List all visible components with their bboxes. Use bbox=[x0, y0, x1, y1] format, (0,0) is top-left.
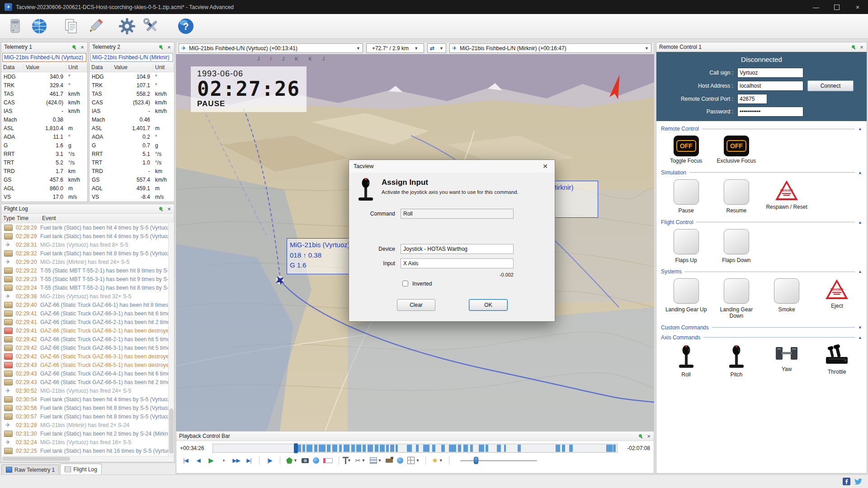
remote-button-flaps-down[interactable]: Flaps Down bbox=[711, 228, 761, 265]
telemetry-row[interactable]: ASL1,810.4m bbox=[1, 124, 87, 132]
telemetry-row[interactable]: AGL860.0m bbox=[1, 184, 87, 192]
swap-objects-button[interactable]: ⇄ ▼ bbox=[427, 43, 446, 53]
telemetry-row[interactable]: Mach0.46 bbox=[90, 115, 174, 124]
device-field[interactable] bbox=[401, 244, 514, 254]
tracked-object-name[interactable]: MiG-21bis Fishbed-L/N (Mirknir) bbox=[90, 53, 173, 62]
dialog-title-bar[interactable]: Tacview ✕ bbox=[349, 160, 555, 173]
flight-log-row[interactable]: ✈02:29:38MiG-21bis (Vyrtuoz) has fired 3… bbox=[1, 292, 174, 300]
collapse-chevron-icon[interactable]: ▲ bbox=[858, 269, 862, 274]
inverted-checkbox[interactable] bbox=[402, 281, 408, 286]
horizontal-scrollbar[interactable] bbox=[1, 456, 174, 462]
terrain-globe-button[interactable] bbox=[396, 455, 405, 465]
maximize-button[interactable] bbox=[826, 0, 847, 14]
command-field[interactable] bbox=[401, 209, 514, 219]
inverted-option[interactable]: Inverted bbox=[401, 279, 432, 288]
pin-icon[interactable] bbox=[638, 434, 643, 439]
camera-angle-range-selector[interactable]: +72.7° / 2.9 km ▼ bbox=[366, 43, 424, 53]
remote-button-throttle[interactable]: Throttle bbox=[812, 343, 862, 380]
remote-button-toggle-focus[interactable]: OFFToggle Focus bbox=[661, 134, 711, 166]
flight-log-row[interactable]: 02:28:29Fuel tank (Static) has been hit … bbox=[1, 232, 174, 240]
collapse-chevron-icon[interactable]: ▲ bbox=[858, 335, 862, 340]
telemetry-row[interactable]: TRT1.0°/s bbox=[90, 158, 174, 167]
pin-icon[interactable] bbox=[159, 45, 164, 50]
collapse-chevron-icon[interactable]: ▲ bbox=[858, 127, 862, 131]
telemetry-row[interactable]: CAS(523.4)km/h bbox=[90, 98, 174, 107]
flight-log-row[interactable]: 02:28:29Fuel tank (Static) has been hit … bbox=[1, 223, 174, 232]
facebook-icon[interactable] bbox=[843, 478, 850, 485]
section-header[interactable]: Systems▲ bbox=[661, 268, 862, 275]
remote-button-exclusive-focus[interactable]: OFFExclusive Focus bbox=[711, 134, 761, 166]
ok-button[interactable]: OK bbox=[469, 299, 508, 311]
port-field[interactable] bbox=[737, 94, 767, 104]
telemetry-row[interactable]: AOA0.2° bbox=[90, 132, 174, 141]
section-header[interactable]: Custom Commands▼ bbox=[661, 324, 862, 331]
telemetry-row[interactable]: HDG340.9° bbox=[1, 72, 87, 81]
flight-log-row[interactable]: 02:29:43GAZ-66 (Static Truck GAZ-66-5-1)… bbox=[1, 378, 174, 386]
skip-start-button[interactable]: |◀ bbox=[180, 455, 191, 465]
pin-icon[interactable] bbox=[72, 45, 77, 50]
flight-log-row[interactable]: ✈02:31:28MiG-21bis (Mirknir) has fired 2… bbox=[1, 421, 174, 429]
grid-options-button[interactable]: ▼ bbox=[406, 455, 421, 465]
telemetry-row[interactable]: VS-8.4m/s bbox=[90, 192, 174, 201]
telemetry-row[interactable]: TRD1.7km bbox=[1, 167, 87, 175]
layers-button[interactable]: ▼ bbox=[368, 455, 383, 465]
flight-log-row[interactable]: 02:28:32Fuel tank (Static) has been hit … bbox=[1, 249, 174, 258]
twitter-icon[interactable] bbox=[854, 478, 863, 485]
remote-button-landing-gear-down[interactable]: Landing Gear Down bbox=[711, 277, 761, 321]
remote-button-landing-gear-up[interactable]: Landing Gear Up bbox=[661, 277, 711, 321]
connect-button[interactable]: Connect bbox=[807, 80, 854, 91]
telemetry-row[interactable]: HDG104.9° bbox=[90, 72, 174, 81]
telemetry-row[interactable]: Mach0.38 bbox=[1, 115, 87, 124]
tab-raw-telemetry[interactable]: Raw Telemetry 1 bbox=[1, 465, 59, 474]
input-field[interactable] bbox=[401, 258, 514, 268]
telemetry-row[interactable]: G1.6g bbox=[1, 141, 87, 150]
section-header[interactable]: Flight Control▲ bbox=[661, 219, 862, 225]
flight-log-row[interactable]: 02:32:25Fuel tank (Static) has been hit … bbox=[1, 446, 174, 455]
ground-units-button[interactable] bbox=[384, 455, 394, 465]
telemetry-row[interactable]: AOA11.1° bbox=[1, 132, 87, 141]
edit-pencil-icon[interactable] bbox=[85, 16, 106, 37]
telemetry-row[interactable]: RRT3.1°/s bbox=[1, 150, 87, 158]
flight-log-row[interactable]: 02:29:42GAZ-66 (Static Truck GAZ-66-3-1)… bbox=[1, 343, 174, 352]
close-icon[interactable]: × bbox=[166, 44, 172, 51]
flight-log-row[interactable]: 02:29:24T-55 (Static MBT T-55-2-1) has b… bbox=[1, 283, 174, 292]
close-icon[interactable]: × bbox=[79, 44, 85, 51]
collapse-chevron-icon[interactable]: ▲ bbox=[858, 170, 862, 175]
flight-log-row[interactable]: ✈02:29:20MiG-21bis (Mirknir) has fired 2… bbox=[1, 258, 174, 266]
flight-log-row[interactable]: 02:30:54Fuel tank (Static) has been hit … bbox=[1, 395, 174, 404]
telemetry-row[interactable]: IAS-km/h bbox=[90, 107, 174, 115]
flight-log-row[interactable]: 02:29:40GAZ-66 (Static Truck GAZ-66-1) h… bbox=[1, 300, 174, 309]
remote-button-roll[interactable]: Roll bbox=[661, 343, 711, 380]
telemetry-row[interactable]: GS457.6km/h bbox=[1, 175, 87, 184]
telemetry-row[interactable]: RRT5.1°/s bbox=[90, 150, 174, 158]
flight-log-row[interactable]: ✈02:28:31MiG-21bis (Vyrtuoz) has fired 8… bbox=[1, 240, 174, 249]
close-icon[interactable]: × bbox=[646, 433, 652, 440]
screenshot-button[interactable] bbox=[300, 455, 310, 465]
remote-button-smoke[interactable]: Smoke bbox=[762, 277, 812, 321]
telemetry-row[interactable]: IAS-km/h bbox=[1, 107, 87, 115]
clear-button[interactable]: Clear bbox=[397, 299, 435, 311]
flight-log-row[interactable]: 02:29:42GAZ-66 (Static Truck GAZ-66-3-1)… bbox=[1, 352, 174, 361]
playback-speed-slider[interactable] bbox=[460, 456, 537, 465]
flight-log-row[interactable]: 02:30:57Fuel tank (Static) has been hit … bbox=[1, 412, 174, 421]
settings-gear-icon[interactable] bbox=[117, 16, 137, 37]
pin-icon[interactable] bbox=[159, 206, 164, 211]
measure-tool-button[interactable]: ▼ bbox=[344, 455, 353, 465]
remote-button-resume[interactable]: Resume bbox=[711, 178, 761, 216]
flight-log-row[interactable]: 02:29:41GAZ-66 (Static Truck GAZ-66-2-1)… bbox=[1, 318, 174, 326]
secondary-object-selector[interactable]: ✈ MiG-21bis Fishbed-L/N (Mirknir) (+00:1… bbox=[449, 43, 651, 53]
cut-tool-button[interactable]: ✂▼ bbox=[354, 455, 367, 465]
host-address-field[interactable] bbox=[737, 81, 803, 91]
timeline-track[interactable] bbox=[212, 444, 618, 453]
play-button[interactable]: ▶ bbox=[205, 455, 217, 465]
collapse-chevron-icon[interactable]: ▲ bbox=[858, 220, 862, 225]
close-button[interactable]: × bbox=[847, 0, 868, 14]
pin-icon[interactable] bbox=[851, 45, 856, 50]
shape-tool-button[interactable]: ▼ bbox=[285, 455, 299, 465]
telemetry-row[interactable]: TRT5.2°/s bbox=[1, 158, 87, 167]
flight-log-row[interactable]: 02:29:42GAZ-66 (Static Truck GAZ-66-2-1)… bbox=[1, 335, 174, 343]
telemetry-row[interactable]: TRK107.1° bbox=[90, 81, 174, 89]
flight-log-row[interactable]: 02:31:30Fuel tank (Static) has been hit … bbox=[1, 429, 174, 438]
flight-log-row[interactable]: 02:29:41GAZ-66 (Static Truck GAZ-66-3-1)… bbox=[1, 309, 174, 318]
flight-log-row[interactable]: ✈02:30:52MiG-21bis (Vyrtuoz) has fired 2… bbox=[1, 386, 174, 395]
